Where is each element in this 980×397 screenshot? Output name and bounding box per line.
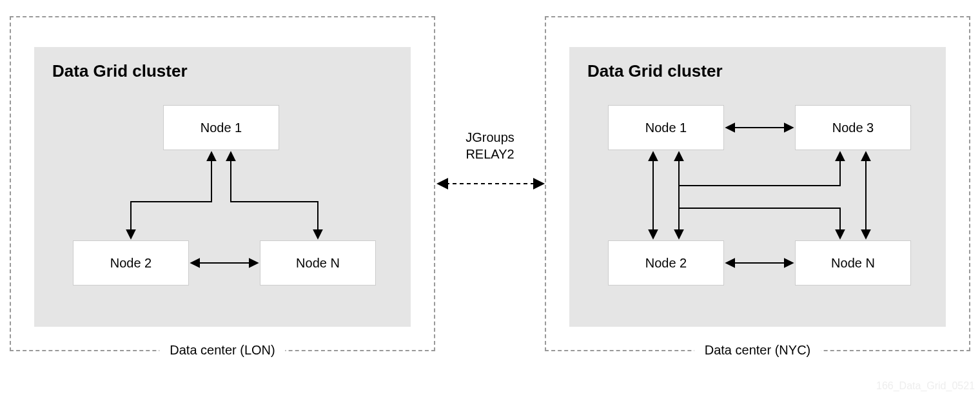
node-label: Node 2 <box>110 256 152 271</box>
cluster-lon-title: Data Grid cluster <box>52 61 188 81</box>
datacenter-nyc-label: Data center (NYC) <box>694 343 821 358</box>
node-label: Node N <box>296 256 340 271</box>
node-label: Node 1 <box>645 121 687 135</box>
datacenter-lon: Data center (LON) Data Grid cluster Node… <box>10 16 435 351</box>
watermark: 166_Data_Grid_0521 <box>876 380 975 392</box>
relay-line2: RELAY2 <box>466 146 514 162</box>
datacenter-nyc: Data center (NYC) Data Grid cluster Node… <box>545 16 970 351</box>
node-nyc-1: Node 1 <box>608 105 724 150</box>
node-nyc-2: Node 2 <box>608 240 724 286</box>
node-label: Node 3 <box>832 121 874 135</box>
node-nyc-3: Node 3 <box>795 105 911 150</box>
cluster-lon-connections <box>34 47 413 329</box>
relay-line1: JGroups <box>466 129 514 146</box>
node-nyc-n: Node N <box>795 240 911 286</box>
node-label: Node 2 <box>645 256 687 271</box>
node-lon-1: Node 1 <box>163 105 279 150</box>
node-label: Node 1 <box>201 121 242 135</box>
cluster-nyc-title: Data Grid cluster <box>587 61 723 81</box>
datacenter-lon-label: Data center (LON) <box>159 343 285 358</box>
node-lon-n: Node N <box>260 240 376 286</box>
cluster-nyc: Data Grid cluster Node 1 Node 3 Node 2 N… <box>569 47 946 327</box>
diagram-canvas: Data center (LON) Data Grid cluster Node… <box>0 0 980 397</box>
cluster-lon: Data Grid cluster Node 1 Node 2 Node N <box>34 47 411 327</box>
node-lon-2: Node 2 <box>73 240 189 286</box>
node-label: Node N <box>831 256 875 271</box>
relay-label: JGroups RELAY2 <box>466 129 514 162</box>
cluster-nyc-connections <box>569 47 948 329</box>
